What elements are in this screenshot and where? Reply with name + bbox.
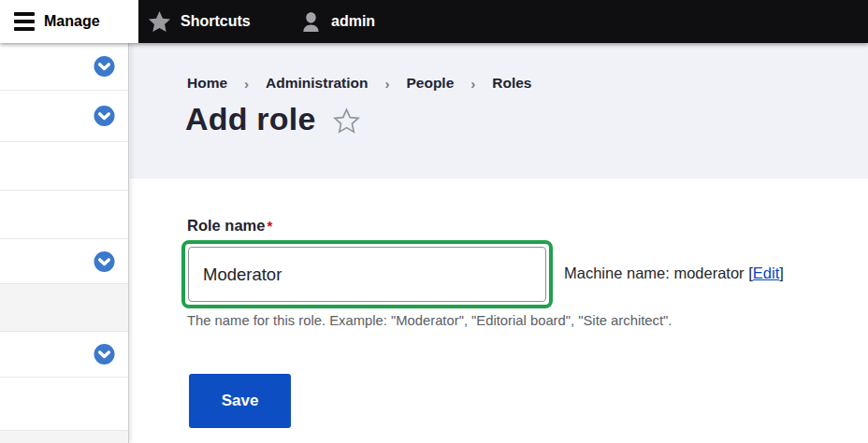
chevron-down-icon[interactable] <box>94 56 115 78</box>
admin-toolbar: Manage Shortcuts admin <box>0 0 868 43</box>
sidebar-row[interactable] <box>0 43 128 91</box>
role-name-description: The name for this role. Example: "Modera… <box>187 313 672 328</box>
main-content: Home › Administration › People › Roles A… <box>130 43 868 443</box>
sidebar-row[interactable] <box>0 91 128 142</box>
page-title: Add role <box>185 101 316 137</box>
breadcrumb-roles[interactable]: Roles <box>492 75 531 92</box>
breadcrumb-administration[interactable]: Administration <box>266 75 368 92</box>
breadcrumb-separator: › <box>384 76 389 92</box>
machine-name-edit-link[interactable]: Edit <box>753 264 779 281</box>
sidebar-row[interactable] <box>0 431 128 443</box>
shortcuts-label: Shortcuts <box>181 13 251 30</box>
star-outline-icon[interactable] <box>332 107 361 136</box>
manage-label: Manage <box>44 13 100 30</box>
toolbar-item-admin[interactable]: admin <box>299 0 375 43</box>
breadcrumb: Home › Administration › People › Roles <box>187 75 532 92</box>
click-highlight-box <box>181 240 553 308</box>
toolbar-item-shortcuts[interactable]: Shortcuts <box>147 0 251 43</box>
breadcrumb-people[interactable]: People <box>406 75 454 92</box>
breadcrumb-separator: › <box>470 76 475 92</box>
admin-user-label: admin <box>331 13 375 30</box>
sidebar-row[interactable] <box>0 239 128 284</box>
chevron-down-icon[interactable] <box>94 250 115 272</box>
page-header-band: Home › Administration › People › Roles A… <box>130 43 868 179</box>
toolbar-tab-manage[interactable]: Manage <box>0 0 138 43</box>
star-icon <box>147 9 172 35</box>
sidebar-row[interactable] <box>0 191 128 239</box>
hamburger-menu-icon <box>14 12 35 31</box>
machine-name-prefix: Machine name: moderator <box>564 264 748 281</box>
admin-sidebar <box>0 43 129 443</box>
bracket-close: ] <box>779 264 784 281</box>
role-name-label-text: Role name <box>187 217 265 234</box>
user-icon <box>299 10 323 34</box>
sidebar-row[interactable] <box>0 142 128 191</box>
role-name-input[interactable] <box>188 247 546 302</box>
save-button[interactable]: Save <box>189 374 291 428</box>
breadcrumb-separator: › <box>244 76 249 92</box>
sidebar-row[interactable] <box>0 378 128 431</box>
role-name-label: Role name* <box>187 217 272 235</box>
required-marker: * <box>267 218 272 234</box>
sidebar-row[interactable] <box>0 332 128 378</box>
breadcrumb-home[interactable]: Home <box>187 75 227 92</box>
chevron-down-icon[interactable] <box>94 344 115 365</box>
machine-name-text: Machine name: moderator [Edit] <box>564 264 784 282</box>
sidebar-row[interactable] <box>0 284 128 332</box>
chevron-down-icon[interactable] <box>94 106 115 127</box>
